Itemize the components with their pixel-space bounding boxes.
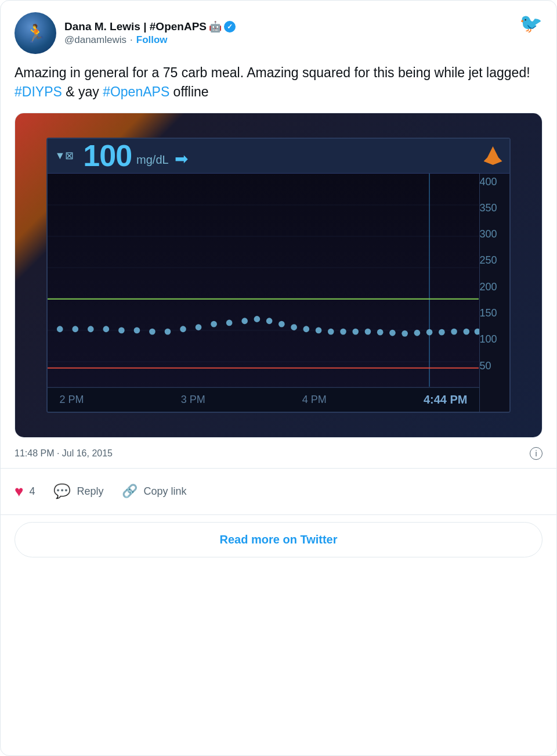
svg-point-14	[119, 327, 125, 333]
cgm-ylabel-250: 250	[480, 254, 509, 280]
tweet-card: Dana M. Lewis | #OpenAPS 🤖 @danamlewis ·…	[0, 0, 557, 756]
reply-icon: 💬	[53, 483, 71, 499]
svg-point-12	[88, 326, 94, 332]
cgm-yaxis: 400 350 300 250 200 150 100 50	[479, 174, 509, 412]
dot-separator: ·	[130, 34, 133, 46]
reply-label: Reply	[77, 485, 103, 498]
signal-bars-icon: ▼⊠	[55, 149, 74, 162]
svg-point-31	[353, 328, 359, 334]
svg-point-38	[439, 329, 446, 335]
tweet-header-left: Dana M. Lewis | #OpenAPS 🤖 @danamlewis ·…	[15, 12, 236, 54]
cgm-xaxis: 2 PM 3 PM 4 PM 4:44 PM	[48, 387, 479, 412]
cgm-screen: ▼⊠ 100 mg/dL ➡	[46, 138, 510, 413]
cgm-unit: mg/dL	[136, 153, 169, 167]
user-info: Dana M. Lewis | #OpenAPS 🤖 @danamlewis ·…	[64, 20, 236, 46]
svg-point-24	[266, 318, 273, 324]
copy-link-action[interactable]: 🔗 Copy link	[122, 479, 196, 503]
reply-action[interactable]: 💬 Reply	[53, 478, 113, 504]
svg-point-11	[73, 326, 79, 332]
cgm-ylabel-100: 100	[480, 333, 509, 359]
svg-point-28	[316, 327, 322, 333]
link-icon: 🔗	[122, 484, 138, 499]
hashtag-diyps[interactable]: #DIYPS	[15, 84, 62, 99]
like-count: 4	[29, 485, 35, 498]
svg-point-32	[365, 328, 371, 334]
cgm-glucose-value: 100	[83, 138, 132, 173]
svg-point-26	[291, 324, 298, 330]
verified-icon	[224, 21, 236, 33]
cgm-ylabel-350: 350	[480, 202, 509, 228]
robot-emoji: 🤖	[209, 20, 222, 33]
timestamp-text: 11:48 PM · Jul 16, 2015	[15, 448, 113, 459]
cgm-chart: 2 PM 3 PM 4 PM 4:44 PM 400 350 300 250 2…	[48, 174, 509, 412]
cgm-trend-arrow: ➡	[175, 149, 188, 168]
avatar	[15, 12, 56, 54]
info-icon[interactable]: i	[530, 447, 542, 460]
tweet-timestamp: 11:48 PM · Jul 16, 2015 i	[15, 447, 542, 460]
cgm-top-info: ▼⊠ 100 mg/dL ➡	[55, 138, 187, 173]
cgm-drop-icon	[484, 146, 502, 165]
cgm-xlabel-2pm: 2 PM	[59, 394, 84, 406]
tweet-header: Dana M. Lewis | #OpenAPS 🤖 @danamlewis ·…	[15, 12, 542, 54]
user-handle-row: @danamlewis · Follow	[64, 34, 236, 46]
cgm-ylabel-50: 50	[480, 360, 509, 412]
svg-point-19	[196, 324, 202, 330]
svg-point-35	[402, 330, 408, 336]
svg-point-13	[103, 326, 110, 332]
svg-point-18	[180, 326, 187, 332]
tweet-actions: ♥ 4 💬 Reply 🔗 Copy link	[15, 469, 542, 514]
svg-point-15	[134, 327, 140, 333]
svg-point-20	[211, 321, 218, 327]
cgm-ylabel-150: 150	[480, 307, 509, 333]
svg-point-23	[254, 316, 261, 322]
svg-point-21	[226, 319, 233, 326]
svg-point-27	[303, 326, 310, 332]
svg-point-39	[451, 328, 458, 334]
read-more-container: Read more on Twitter	[15, 515, 542, 569]
heart-icon: ♥	[15, 483, 23, 501]
tweet-text: Amazing in general for a 75 carb meal. A…	[15, 63, 542, 102]
read-more-button[interactable]: Read more on Twitter	[15, 522, 542, 557]
svg-point-36	[414, 329, 421, 336]
hashtag-openaps[interactable]: #OpenAPS	[103, 84, 169, 99]
copy-link-label: Copy link	[143, 485, 186, 498]
svg-point-29	[328, 328, 334, 334]
display-name: Dana M. Lewis | #OpenAPS 🤖	[64, 20, 236, 33]
svg-point-25	[279, 321, 285, 327]
svg-point-10	[57, 326, 63, 332]
cgm-xlabel-3pm: 3 PM	[181, 394, 205, 406]
cgm-ylabel-300: 300	[480, 228, 509, 254]
cgm-device: ▼⊠ 100 mg/dL ➡	[15, 113, 542, 437]
cgm-chart-svg	[48, 174, 479, 412]
svg-point-30	[341, 328, 347, 334]
user-handle: @danamlewis	[64, 34, 126, 46]
svg-point-40	[464, 328, 470, 334]
svg-point-34	[390, 329, 396, 336]
follow-button[interactable]: Follow	[136, 34, 168, 46]
display-name-text: Dana M. Lewis | #OpenAPS	[64, 20, 207, 33]
svg-point-17	[165, 328, 171, 334]
cgm-chart-main: 2 PM 3 PM 4 PM 4:44 PM	[48, 174, 479, 412]
tweet-image: ▼⊠ 100 mg/dL ➡	[15, 113, 542, 438]
svg-point-41	[475, 328, 479, 334]
like-action[interactable]: ♥ 4	[15, 478, 44, 505]
cgm-ylabel-200: 200	[480, 281, 509, 307]
cgm-xlabel-current: 4:44 PM	[424, 393, 468, 406]
twitter-logo: 🐦	[519, 12, 542, 34]
svg-point-33	[377, 329, 384, 335]
svg-point-16	[150, 328, 156, 334]
cgm-ylabel-400: 400	[480, 176, 509, 202]
svg-point-22	[242, 318, 248, 324]
cgm-xlabel-4pm: 4 PM	[302, 394, 327, 406]
svg-point-37	[426, 329, 433, 335]
cgm-status-bar: ▼⊠ 100 mg/dL ➡	[48, 139, 509, 174]
